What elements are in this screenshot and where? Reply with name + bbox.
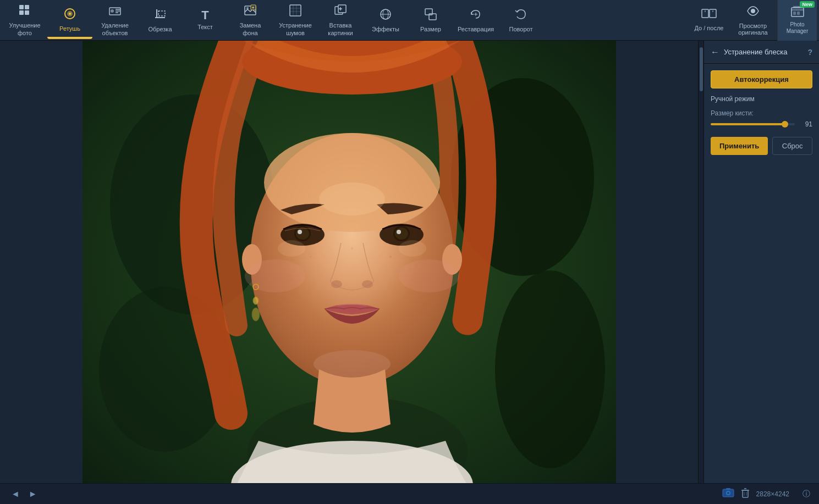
next-button[interactable]: ► — [26, 488, 40, 500]
toolbar-item-rotate[interactable]: Поворот — [498, 2, 543, 39]
brush-size-value: 91 — [799, 120, 812, 128]
bottom-navigation: ◄ ► — [9, 488, 40, 500]
toolbar-label-text: Текст — [197, 24, 213, 31]
toolbar-label-remove-objects: Удаление объектов — [101, 22, 129, 36]
manual-mode-label: Ручной режим — [711, 95, 812, 103]
prev-button[interactable]: ◄ — [9, 488, 22, 500]
toolbar-label-rotate: Поворот — [509, 26, 533, 33]
toolbar-label-insert-image: Вставка картинки — [328, 22, 353, 36]
toolbar-item-resize[interactable]: Размер — [408, 2, 453, 39]
view-original-icon — [746, 4, 760, 20]
panel-body: Автокоррекция Ручной режим Размер кисти:… — [704, 64, 819, 483]
svg-point-69 — [290, 258, 293, 261]
photo-container — [83, 41, 616, 483]
svg-point-72 — [414, 264, 416, 265]
effects-icon — [378, 7, 393, 24]
toolbar-right: До / после Просмотр оригинала New — [689, 0, 817, 41]
svg-point-64 — [397, 230, 401, 234]
svg-rect-1 — [25, 5, 29, 9]
svg-point-78 — [278, 240, 305, 257]
svg-point-67 — [245, 259, 305, 292]
svg-rect-2 — [19, 10, 24, 15]
toolbar-label-enhance: Улучшение фото — [9, 22, 40, 36]
replace-bg-icon: ★ — [243, 3, 257, 20]
toolbar-label-restore: Реставрация — [458, 26, 494, 33]
svg-point-66 — [362, 280, 373, 288]
svg-rect-85 — [743, 490, 748, 497]
info-icon[interactable]: ⓘ — [802, 489, 810, 499]
toolbar-item-enhance[interactable]: Улучшение фото — [2, 2, 47, 39]
toolbar-item-restore[interactable]: Реставрация — [453, 2, 498, 39]
enhance-icon — [18, 3, 32, 20]
toolbar-label-original: Просмотр оригинала — [738, 23, 767, 36]
svg-point-77 — [319, 182, 385, 215]
toolbar-item-before-after[interactable]: До / после — [689, 2, 729, 39]
svg-rect-14 — [158, 11, 165, 16]
slider-thumb[interactable] — [782, 121, 788, 128]
brush-size-slider[interactable] — [711, 123, 795, 125]
toolbar-label-before-after: До / после — [695, 25, 724, 31]
svg-point-71 — [389, 256, 392, 258]
photo-icon[interactable] — [722, 488, 734, 500]
toolbar-item-effects[interactable]: Эффекты — [363, 2, 408, 39]
toolbar-item-remove-objects[interactable]: Удаление объектов — [92, 2, 138, 39]
main-toolbar: Улучшение фото Ретушь Удаление объектов — [0, 0, 819, 41]
svg-rect-0 — [19, 5, 24, 9]
toolbar-label-denoise: Устранение шумов — [279, 22, 312, 36]
insert-image-icon — [333, 3, 348, 20]
trash-icon[interactable] — [741, 488, 750, 500]
svg-point-39 — [751, 9, 755, 13]
resize-icon — [424, 7, 438, 24]
toolbar-item-crop[interactable]: Обрезка — [138, 2, 183, 39]
canvas-area[interactable] — [0, 41, 698, 483]
autocorrect-button[interactable]: Автокоррекция — [711, 70, 812, 88]
canvas-scrollbar[interactable] — [698, 41, 703, 483]
toolbar-item-insert-image[interactable]: Вставка картинки — [318, 2, 363, 39]
restore-icon — [469, 7, 483, 24]
svg-point-68 — [399, 259, 459, 292]
toolbar-label-retouch: Ретушь — [59, 25, 80, 32]
right-panel: ← Устранение блеска ? Автокоррекция Ручн… — [703, 41, 819, 483]
toolbar-item-text[interactable]: T Текст — [183, 2, 228, 39]
svg-rect-44 — [797, 12, 800, 15]
toolbar-item-denoise[interactable]: Устранение шумов — [273, 2, 318, 39]
before-after-icon — [701, 9, 717, 23]
svg-point-83 — [727, 492, 729, 495]
photo-manager-icon — [791, 5, 804, 20]
svg-point-76 — [252, 308, 260, 321]
slider-row: 91 — [711, 120, 812, 128]
crop-icon — [153, 7, 167, 24]
svg-text:★: ★ — [251, 5, 255, 9]
denoise-icon — [288, 3, 303, 20]
svg-rect-43 — [793, 12, 796, 15]
svg-rect-84 — [726, 488, 730, 490]
svg-point-79 — [399, 240, 426, 257]
toolbar-item-retouch[interactable]: Ретушь — [47, 2, 92, 39]
svg-point-49 — [495, 270, 605, 468]
svg-point-65 — [331, 280, 342, 288]
photo-manager-button[interactable]: New PhotoManager — [777, 0, 817, 41]
action-buttons: Применить Сброс — [711, 137, 812, 155]
toolbar-item-original[interactable]: Просмотр оригинала — [733, 2, 773, 39]
svg-point-6 — [69, 13, 71, 15]
toolbar-item-replace-bg[interactable]: ★ Замена фона — [228, 2, 273, 39]
svg-point-8 — [111, 9, 114, 13]
svg-point-70 — [310, 256, 311, 257]
new-badge: New — [800, 1, 815, 8]
image-dimensions: 2828×4242 — [756, 490, 789, 498]
svg-point-75 — [253, 297, 259, 304]
scroll-thumb[interactable] — [700, 47, 703, 91]
portrait-photo — [83, 41, 616, 483]
svg-point-63 — [395, 228, 408, 240]
svg-rect-3 — [25, 10, 29, 15]
svg-point-59 — [296, 228, 309, 240]
reset-button[interactable]: Сброс — [772, 137, 812, 155]
photo-manager-label: PhotoManager — [787, 21, 808, 35]
apply-button[interactable]: Применить — [711, 137, 768, 155]
main-area: ← Устранение блеска ? Автокоррекция Ручн… — [0, 41, 819, 483]
panel-title: Устранение блеска — [724, 48, 803, 56]
retouch-icon — [63, 7, 77, 23]
panel-help-button[interactable]: ? — [807, 48, 812, 57]
toolbar-label-replace-bg: Замена фона — [240, 22, 261, 36]
panel-back-button[interactable]: ← — [711, 48, 719, 57]
